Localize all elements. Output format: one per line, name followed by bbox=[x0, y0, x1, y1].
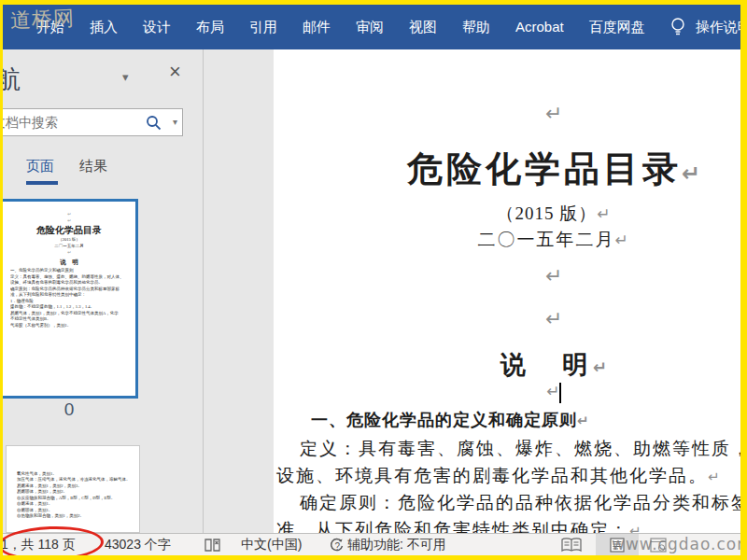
active-tab-underline bbox=[26, 181, 58, 185]
ribbon-tab-help[interactable]: 帮助 bbox=[462, 5, 490, 49]
nav-pane-tabs: 页面 结果 bbox=[3, 153, 204, 186]
ribbon-tab-references[interactable]: 引用 bbox=[249, 5, 277, 49]
word-window: 开始 插入 设计 布局 引用 邮件 审阅 视图 帮助 Acrobat 百度网盘 … bbox=[3, 5, 740, 555]
lightbulb-icon bbox=[669, 17, 686, 37]
pilcrow-mark: ↵ bbox=[10, 217, 128, 225]
ribbon-tab-mailings[interactable]: 邮件 bbox=[303, 5, 331, 49]
ribbon-tab-acrobat[interactable]: Acrobat bbox=[515, 5, 564, 49]
search-icon[interactable] bbox=[146, 115, 162, 131]
tell-me-search[interactable]: 操作说明搜索 bbox=[669, 17, 740, 37]
proofing-errors-icon[interactable] bbox=[204, 538, 221, 553]
search-options-chevron-icon[interactable]: ▾ bbox=[173, 117, 177, 127]
thumb-doc-subtitle: （2015 版） bbox=[10, 236, 128, 243]
site-url-watermark: www.cgdao.com— bbox=[612, 535, 740, 553]
read-mode-view-icon[interactable] bbox=[560, 538, 583, 553]
tell-me-label: 操作说明搜索 bbox=[696, 19, 740, 36]
ribbon-tab-baidu-netdisk[interactable]: 百度网盘 bbox=[589, 5, 645, 49]
main-area: 导航 ▾ × 在文档中搜索 ▾ 页面 结果 bbox=[3, 49, 740, 533]
tab-results[interactable]: 结果 bbox=[79, 158, 107, 175]
text-cursor: ↵ bbox=[274, 382, 740, 403]
thumb-section-heading: 说 明 bbox=[10, 258, 128, 266]
thumb-doc-title: 危险化学品目录 bbox=[10, 224, 128, 236]
navigation-pane-title: 导航 bbox=[3, 63, 44, 97]
page-thumbnail-1-selected[interactable]: ↵ ↵ 危险化学品目录 （2015 版） 二〇一五年二月 ↵ 说 明 一、危险化… bbox=[3, 199, 138, 399]
doc-heading-1: 一、危险化学品的定义和确定原则↵ bbox=[311, 409, 589, 431]
ribbon-tab-insert[interactable]: 插入 bbox=[90, 5, 118, 49]
thumbnail-1-page-number: 0 bbox=[3, 399, 138, 420]
doc-body-line: 确定原则：危险化学品的品种依据化学品分类和标签国家标 bbox=[300, 491, 740, 515]
navigation-pane: 导航 ▾ × 在文档中搜索 ▾ 页面 结果 bbox=[3, 49, 204, 533]
accessibility-indicator[interactable]: ? 辅助功能: 不可用 bbox=[329, 537, 446, 553]
pilcrow-mark: ↵ bbox=[10, 249, 128, 257]
doc-title: 危险化学品目录↵ bbox=[274, 146, 740, 193]
ribbon-tab-bar: 开始 插入 设计 布局 引用 邮件 审阅 视图 帮助 Acrobat 百度网盘 … bbox=[3, 5, 740, 49]
pilcrow-mark: ↵ bbox=[274, 102, 740, 126]
ribbon-tab-view[interactable]: 视图 bbox=[409, 5, 437, 49]
thumb-body-text: 一、危险化学品的定义和确定原则 定义：具有毒害、腐蚀、爆炸、燃烧、助燃等性质，对… bbox=[10, 268, 128, 329]
doc-date-line: 二〇一五年二月↵ bbox=[274, 228, 740, 252]
document-page[interactable]: ↵ 危险化学品目录↵ （2015 版）↵ 二〇一五年二月↵ ↵ ↵ 说 明↵ ↵… bbox=[274, 49, 740, 553]
language-indicator[interactable]: 中文(中国) bbox=[241, 537, 302, 553]
document-canvas-gutter bbox=[204, 49, 274, 533]
thumb-doc-date: 二〇一五年二月 bbox=[10, 243, 128, 249]
ribbon-tab-layout[interactable]: 布局 bbox=[196, 5, 224, 49]
ribbon-tab-review[interactable]: 审阅 bbox=[356, 5, 384, 49]
search-placeholder: 在文档中搜索 bbox=[3, 115, 58, 132]
nav-options-chevron-icon[interactable]: ▾ bbox=[122, 70, 129, 84]
ribbon-tab-design[interactable]: 设计 bbox=[143, 5, 171, 49]
thumbnail-1-content: ↵ ↵ 危险化学品目录 （2015 版） 二〇一五年二月 ↵ 说 明 一、危险化… bbox=[3, 202, 135, 329]
doc-section-heading: 说 明↵ bbox=[274, 348, 740, 382]
page-thumbnail-2[interactable]: 氧化性气体，类别1。 加压气体：压缩气体，液化气体，冷冻液化气体，溶解气体。 易… bbox=[6, 445, 140, 533]
pilcrow-mark: ↵ bbox=[274, 307, 740, 331]
document-search-input[interactable]: 在文档中搜索 ▾ bbox=[3, 108, 183, 136]
screenshot-yellow-frame: 开始 插入 设计 布局 引用 邮件 审阅 视图 帮助 Acrobat 百度网盘 … bbox=[0, 0, 747, 560]
doc-body-line: 设施、环境具有危害的剧毒化学品和其他化学品。↵ bbox=[276, 464, 720, 488]
doc-subtitle: （2015 版）↵ bbox=[274, 202, 740, 226]
accessibility-icon: ? bbox=[329, 538, 345, 553]
thumbnail-2-content: 氧化性气体，类别1。 加压气体：压缩气体，液化气体，冷冻液化气体，溶解气体。 易… bbox=[7, 449, 139, 519]
svg-text:?: ? bbox=[335, 540, 341, 551]
word-count-indicator[interactable]: 43023 个字 bbox=[105, 537, 171, 553]
pilcrow-mark: ↵ bbox=[274, 264, 740, 288]
site-logo-watermark: 道桥网 bbox=[9, 5, 75, 35]
nav-close-icon[interactable]: × bbox=[169, 62, 181, 82]
pilcrow-mark: ↵ bbox=[10, 210, 128, 217]
tab-pages[interactable]: 页面 bbox=[26, 158, 54, 175]
doc-body-line: 定义：具有毒害、腐蚀、爆炸、燃烧、助燃等性质，对人体 bbox=[300, 437, 740, 461]
